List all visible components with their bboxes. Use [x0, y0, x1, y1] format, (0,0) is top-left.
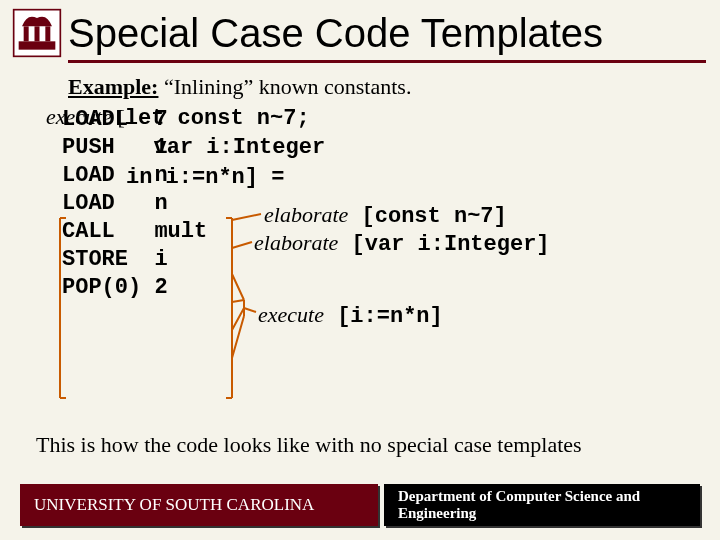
code-line: LOAD n: [62, 190, 207, 218]
annotation-1: elaborate [const n~7]: [264, 202, 507, 229]
footer-left: UNIVERSITY OF SOUTH CAROLINA: [20, 484, 378, 526]
annotation-1-code: [const n~7]: [348, 204, 506, 229]
usc-logo-icon: [12, 8, 62, 58]
annotation-3-code: [i:=n*n]: [324, 304, 443, 329]
example-line: Example: “Inlining” known constants.: [46, 73, 692, 101]
svg-rect-4: [45, 26, 50, 41]
code-line: POP(0) 2: [62, 274, 207, 302]
annotation-2: elaborate [var i:Integer]: [254, 230, 550, 257]
annotation-2-label: elaborate: [254, 230, 338, 255]
footer-right: Department of Computer Science and Engin…: [384, 484, 700, 526]
svg-rect-1: [19, 41, 56, 49]
code-line: LOAD n: [62, 162, 207, 190]
code-line: STORE i: [62, 246, 207, 274]
code-line: LOADL 7: [62, 106, 207, 134]
header: Special Case Code Templates: [0, 0, 720, 60]
annotation-3-label: execute: [258, 302, 324, 327]
code-line: PUSH 1: [62, 134, 207, 162]
svg-rect-3: [35, 26, 40, 41]
code-line: CALL mult: [62, 218, 207, 246]
code-block: LOADL 7 PUSH 1 LOAD n LOAD n CALL mult S…: [62, 106, 207, 302]
bottom-note: This is how the code looks like with no …: [36, 432, 582, 458]
slide: Special Case Code Templates Example: “In…: [0, 0, 720, 540]
annotation-1-label: elaborate: [264, 202, 348, 227]
svg-rect-2: [24, 26, 29, 41]
annotation-2-code: [var i:Integer]: [338, 232, 549, 257]
example-label: Example:: [68, 74, 158, 99]
slide-title: Special Case Code Templates: [68, 11, 603, 56]
annotation-3: execute [i:=n*n]: [258, 302, 443, 329]
footer: UNIVERSITY OF SOUTH CAROLINA Department …: [20, 484, 700, 526]
example-text: “Inlining” known constants.: [158, 74, 411, 99]
